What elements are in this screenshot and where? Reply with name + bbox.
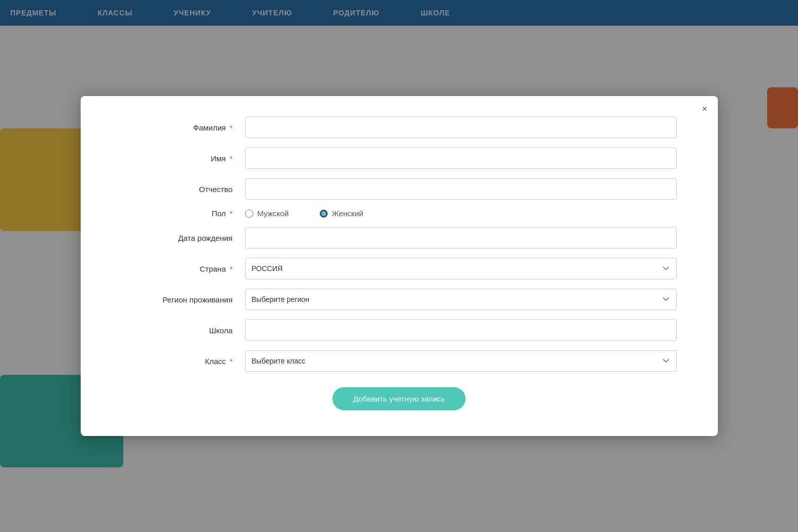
gender-female-label: Женский xyxy=(332,209,363,218)
gender-label: Пол * xyxy=(122,209,245,218)
middle-name-input[interactable] xyxy=(245,178,677,200)
region-row: Регион проживания Выберите регион xyxy=(122,289,677,310)
submit-button[interactable]: Добавить учетную запись xyxy=(332,387,466,410)
gender-female-option[interactable]: Женский xyxy=(320,209,363,218)
birthdate-input[interactable] xyxy=(245,227,677,249)
gender-required: * xyxy=(227,209,232,218)
last-name-required: * xyxy=(227,123,232,132)
last-name-input[interactable] xyxy=(245,117,677,138)
modal-close-button[interactable]: × xyxy=(702,104,708,113)
country-required: * xyxy=(227,264,232,273)
gender-male-option[interactable]: Мужской xyxy=(245,209,289,218)
school-label: Школа xyxy=(122,326,245,335)
gender-female-radio[interactable] xyxy=(320,210,328,218)
registration-modal: × Фамилия * Имя * Отчество Пол * Мужской xyxy=(81,96,718,436)
last-name-row: Фамилия * xyxy=(122,117,677,138)
grade-select[interactable]: Выберите класс xyxy=(245,350,677,372)
country-row: Страна * РОССИЯ xyxy=(122,258,677,279)
region-select[interactable]: Выберите регион xyxy=(245,289,677,310)
first-name-row: Имя * xyxy=(122,147,677,169)
first-name-required: * xyxy=(227,154,232,163)
submit-row: Добавить учетную запись xyxy=(122,387,677,410)
first-name-label: Имя * xyxy=(122,154,245,163)
gender-male-radio[interactable] xyxy=(245,210,253,218)
grade-required: * xyxy=(227,357,232,366)
grade-label: Класс * xyxy=(122,357,245,366)
region-label: Регион проживания xyxy=(122,295,245,304)
gender-row: Пол * Мужской Женский xyxy=(122,209,677,218)
last-name-label: Фамилия * xyxy=(122,123,245,132)
gender-male-label: Мужской xyxy=(257,209,289,218)
grade-row: Класс * Выберите класс xyxy=(122,350,677,372)
birthdate-row: Дата рождения xyxy=(122,227,677,249)
school-input[interactable] xyxy=(245,319,677,341)
school-row: Школа xyxy=(122,319,677,341)
country-select[interactable]: РОССИЯ xyxy=(245,258,677,279)
first-name-input[interactable] xyxy=(245,147,677,169)
middle-name-row: Отчество xyxy=(122,178,677,200)
gender-radio-group: Мужской Женский xyxy=(245,209,677,218)
middle-name-label: Отчество xyxy=(122,185,245,194)
birthdate-label: Дата рождения xyxy=(122,234,245,242)
country-label: Страна * xyxy=(122,264,245,273)
